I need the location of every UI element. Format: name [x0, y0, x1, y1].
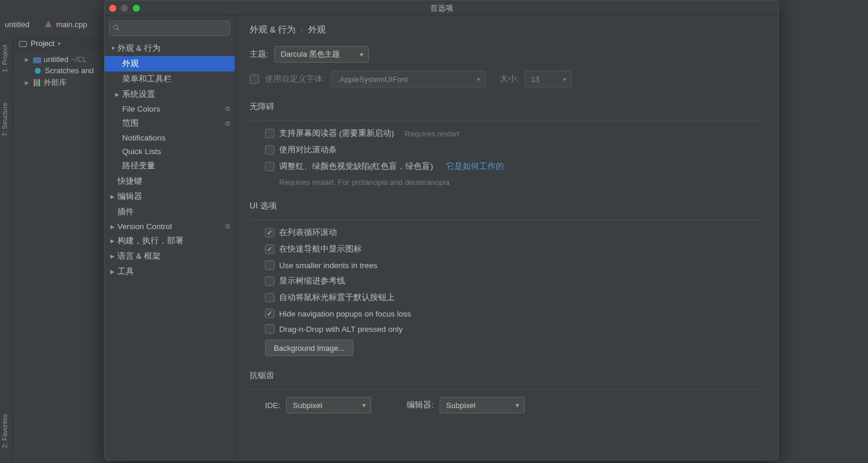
- breadcrumb-sep: ›: [300, 25, 303, 34]
- cat-quick-lists[interactable]: Quick Lists: [104, 145, 235, 158]
- screen-reader-label: 支持屏幕阅读器 (需要重新启动): [279, 128, 394, 139]
- breadcrumb-sep: 〉: [33, 19, 41, 30]
- tree-scratches-label: Scratches and: [45, 66, 94, 75]
- zoom-icon[interactable]: [133, 5, 140, 12]
- cat-tools[interactable]: ▶工具: [104, 264, 235, 279]
- breadcrumb-parent[interactable]: 外观 & 行为: [250, 24, 296, 35]
- ui-options-section: UI 选项 在列表循环滚动 在快速导航中显示图标 Use smaller ind…: [250, 201, 764, 356]
- aa-editor-select[interactable]: Subpixel: [440, 397, 525, 413]
- preferences-dialog: 首选项 ▼外观 & 行为 外观 菜单和工具栏 ▶系统设置 File Colors…: [104, 0, 779, 461]
- settings-sidebar: ▼外观 & 行为 外观 菜单和工具栏 ▶系统设置 File Colors⧉ 范围…: [104, 16, 235, 460]
- project-level-icon: ⧉: [225, 120, 230, 128]
- tab-project[interactable]: 1: Project: [0, 41, 12, 76]
- aa-ide-label: IDE:: [265, 401, 280, 410]
- svg-point-4: [35, 68, 41, 74]
- quick-nav-icons-checkbox[interactable]: [265, 244, 274, 254]
- cat-file-colors[interactable]: File Colors⧉: [104, 102, 235, 116]
- tree-twisty[interactable]: ▶: [25, 57, 31, 63]
- dnd-alt-checkbox[interactable]: [265, 324, 274, 334]
- svg-rect-6: [36, 79, 38, 86]
- how-it-works-link[interactable]: 它是如何工作的: [446, 161, 504, 172]
- project-level-icon: ⧉: [225, 105, 230, 113]
- project-icon: [19, 40, 27, 48]
- ide-left-tool-tabs: 1: Project 7: Structure 2: Favorites: [0, 35, 13, 463]
- aa-editor-label: 编辑器:: [407, 400, 434, 410]
- window-controls: [109, 5, 140, 12]
- antialiasing-section: 抗锯齿 IDE: Subpixel 编辑器: Subpixel: [250, 370, 764, 413]
- mouse-default-btn-label: 自动将鼠标光标置于默认按钮上: [279, 292, 395, 303]
- tree-row-root[interactable]: ▶ untitled ~/CL: [13, 54, 104, 65]
- svg-rect-3: [33, 57, 41, 63]
- folder-icon: [33, 56, 41, 63]
- cat-scopes[interactable]: 范围⧉: [104, 116, 235, 131]
- breadcrumb-file[interactable]: main.cpp: [56, 20, 87, 29]
- svg-point-8: [114, 25, 118, 30]
- breadcrumb-project[interactable]: untitled: [5, 20, 30, 29]
- size-label: 大小:: [500, 74, 519, 84]
- cat-menus-toolbars[interactable]: 菜单和工具栏: [104, 71, 235, 87]
- ui-options-title: UI 选项: [250, 201, 764, 211]
- cat-build[interactable]: ▶构建，执行，部署: [104, 233, 235, 249]
- project-tree: ▶ untitled ~/CL Scratches and ▶ 外部库: [13, 51, 104, 92]
- project-level-icon: ⧉: [225, 223, 230, 230]
- cat-appearance[interactable]: 外观: [104, 56, 235, 71]
- color-deficiency-checkbox[interactable]: [265, 162, 274, 171]
- minimize-icon[interactable]: [121, 5, 128, 12]
- cmake-file-icon: [44, 20, 53, 28]
- cat-editor[interactable]: ▶编辑器: [104, 189, 235, 204]
- accessibility-title: 无障碍: [250, 102, 764, 112]
- settings-content: 外观 & 行为 › 外观 主题: Darcula 黑色主题 使用自定义字体: .…: [235, 16, 778, 460]
- quick-nav-icons-label: 在快速导航中显示图标: [279, 244, 362, 255]
- search-input[interactable]: [109, 21, 230, 36]
- cat-version-control[interactable]: ▶Version Control⧉: [104, 220, 235, 233]
- tree-root-name: untitled: [44, 55, 68, 64]
- cat-path-variables[interactable]: 路径变量: [104, 158, 235, 174]
- dialog-titlebar[interactable]: 首选项: [104, 1, 778, 16]
- size-select[interactable]: 13: [525, 71, 572, 87]
- tree-root-path: ~/CL: [71, 55, 87, 64]
- cat-appearance-behavior[interactable]: ▼外观 & 行为: [104, 41, 235, 56]
- search-wrap: [104, 16, 235, 41]
- dialog-title: 首选项: [104, 3, 778, 14]
- close-icon[interactable]: [109, 5, 116, 12]
- tree-row-external[interactable]: ▶ 外部库: [13, 76, 104, 89]
- theme-label: 主题:: [250, 49, 268, 60]
- screen-reader-checkbox[interactable]: [265, 129, 274, 138]
- accessibility-section: 无障碍 支持屏幕阅读器 (需要重新启动) Requires restart 使用…: [250, 102, 764, 187]
- chevron-down-icon[interactable]: ▾: [58, 41, 61, 47]
- smaller-indents-checkbox[interactable]: [265, 260, 274, 270]
- project-panel-title: Project: [31, 39, 54, 48]
- ide-breadcrumb: untitled 〉 main.cpp: [5, 19, 87, 30]
- custom-font-checkbox[interactable]: [250, 74, 259, 84]
- tree-guides-label: 显示树缩进参考线: [279, 276, 345, 286]
- font-select[interactable]: .AppleSystemUIFont: [331, 71, 486, 87]
- aa-ide-select[interactable]: Subpixel: [286, 397, 371, 413]
- mouse-default-btn-checkbox[interactable]: [265, 293, 274, 302]
- tab-structure[interactable]: 7: Structure: [0, 99, 12, 140]
- tab-favorites[interactable]: 2: Favorites: [0, 410, 12, 451]
- cat-plugins[interactable]: 插件: [104, 204, 235, 220]
- tree-guides-checkbox[interactable]: [265, 276, 274, 286]
- theme-select[interactable]: Darcula 黑色主题: [274, 46, 369, 63]
- screen-reader-row: 支持屏幕阅读器 (需要重新启动) Requires restart: [265, 128, 764, 139]
- cat-lang[interactable]: ▶语言 & 框架: [104, 249, 235, 264]
- project-panel-header[interactable]: Project ▾: [13, 35, 104, 51]
- cat-keymap[interactable]: 快捷键: [104, 174, 235, 189]
- hide-nav-popups-checkbox[interactable]: [265, 309, 274, 318]
- cat-notifications[interactable]: Notifications: [104, 131, 235, 145]
- content-breadcrumb: 外观 & 行为 › 外观: [250, 24, 764, 35]
- contrast-scroll-checkbox[interactable]: [265, 145, 274, 155]
- tree-twisty[interactable]: ▶: [25, 80, 31, 86]
- svg-rect-2: [19, 41, 27, 47]
- color-deficiency-label: 调整红、绿颜色视觉缺陷(红色盲，绿色盲): [279, 161, 433, 172]
- background-image-button[interactable]: Background Image...: [265, 340, 353, 356]
- tree-row-scratches[interactable]: Scratches and: [13, 65, 104, 76]
- smaller-indents-label: Use smaller indents in trees: [279, 261, 378, 270]
- cyclic-scrolling-checkbox[interactable]: [265, 228, 274, 237]
- contrast-scroll-label: 使用对比滚动条: [279, 145, 337, 155]
- scratches-icon: [34, 67, 42, 74]
- breadcrumb-current: 外观: [308, 24, 326, 35]
- cat-system-settings[interactable]: ▶系统设置: [104, 87, 235, 102]
- color-deficiency-hint: Requires restart. For protanopia and deu…: [265, 178, 764, 187]
- category-list: ▼外观 & 行为 外观 菜单和工具栏 ▶系统设置 File Colors⧉ 范围…: [104, 41, 235, 460]
